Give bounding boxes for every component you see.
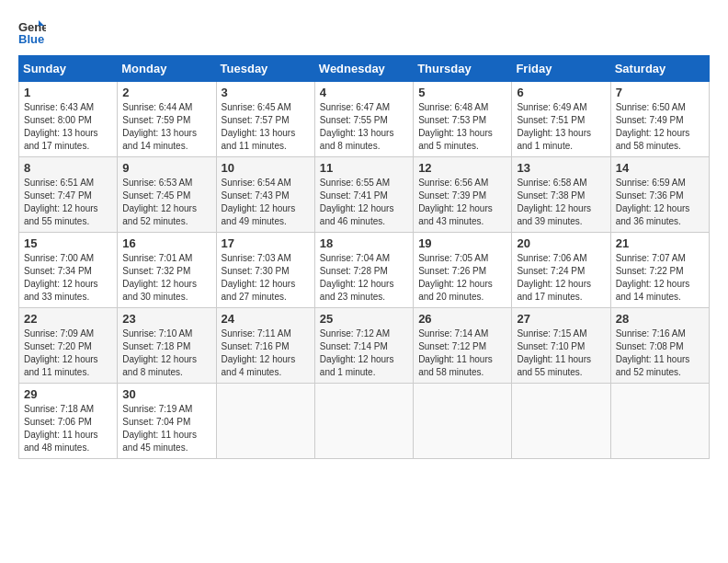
calendar-cell: 21Sunrise: 7:07 AM Sunset: 7:22 PM Dayli…: [610, 233, 709, 308]
calendar-cell: 3Sunrise: 6:45 AM Sunset: 7:57 PM Daylig…: [216, 82, 314, 157]
col-monday: Monday: [118, 56, 216, 82]
day-number: 16: [122, 236, 210, 250]
day-number: 11: [320, 161, 408, 175]
day-info: Sunrise: 6:43 AM Sunset: 8:00 PM Dayligh…: [24, 101, 112, 153]
day-info: Sunrise: 7:07 AM Sunset: 7:22 PM Dayligh…: [616, 252, 704, 304]
day-number: 4: [320, 86, 408, 99]
day-info: Sunrise: 6:59 AM Sunset: 7:36 PM Dayligh…: [616, 177, 704, 228]
day-number: 18: [320, 236, 408, 250]
day-info: Sunrise: 6:49 AM Sunset: 7:51 PM Dayligh…: [517, 101, 605, 153]
calendar-cell: 6Sunrise: 6:49 AM Sunset: 7:51 PM Daylig…: [512, 82, 610, 157]
day-number: 28: [616, 312, 704, 326]
day-info: Sunrise: 7:11 AM Sunset: 7:16 PM Dayligh…: [222, 327, 310, 379]
day-number: 19: [418, 236, 506, 250]
week-row-5: 29Sunrise: 7:18 AM Sunset: 7:06 PM Dayli…: [19, 384, 710, 459]
calendar-cell: 30Sunrise: 7:19 AM Sunset: 7:04 PM Dayli…: [118, 384, 216, 459]
day-info: Sunrise: 7:05 AM Sunset: 7:26 PM Dayligh…: [418, 252, 506, 304]
week-row-1: 1Sunrise: 6:43 AM Sunset: 8:00 PM Daylig…: [19, 82, 710, 157]
calendar-cell: 13Sunrise: 6:58 AM Sunset: 7:38 PM Dayli…: [512, 157, 610, 233]
week-row-4: 22Sunrise: 7:09 AM Sunset: 7:20 PM Dayli…: [19, 308, 710, 384]
day-info: Sunrise: 6:58 AM Sunset: 7:38 PM Dayligh…: [517, 177, 605, 228]
day-number: 12: [418, 161, 506, 175]
calendar-cell: 5Sunrise: 6:48 AM Sunset: 7:53 PM Daylig…: [414, 82, 512, 157]
calendar-cell: 29Sunrise: 7:18 AM Sunset: 7:06 PM Dayli…: [19, 384, 118, 459]
day-info: Sunrise: 7:03 AM Sunset: 7:30 PM Dayligh…: [222, 252, 310, 304]
calendar-cell: 24Sunrise: 7:11 AM Sunset: 7:16 PM Dayli…: [216, 308, 314, 384]
calendar-cell: 23Sunrise: 7:10 AM Sunset: 7:18 PM Dayli…: [118, 308, 216, 384]
day-info: Sunrise: 7:18 AM Sunset: 7:06 PM Dayligh…: [24, 403, 112, 454]
calendar-cell: 12Sunrise: 6:56 AM Sunset: 7:39 PM Dayli…: [414, 157, 512, 233]
calendar-cell: 17Sunrise: 7:03 AM Sunset: 7:30 PM Dayli…: [216, 233, 314, 308]
calendar-cell: 28Sunrise: 7:16 AM Sunset: 7:08 PM Dayli…: [610, 308, 709, 384]
calendar-cell: [610, 384, 709, 459]
header-row: Sunday Monday Tuesday Wednesday Thursday…: [19, 56, 710, 82]
logo: General Blue: [18, 18, 46, 46]
calendar-cell: [314, 384, 413, 459]
col-friday: Friday: [512, 56, 610, 82]
calendar-cell: [216, 384, 314, 459]
day-number: 30: [122, 387, 210, 401]
week-row-2: 8Sunrise: 6:51 AM Sunset: 7:47 PM Daylig…: [19, 157, 710, 233]
col-thursday: Thursday: [414, 56, 512, 82]
day-info: Sunrise: 7:10 AM Sunset: 7:18 PM Dayligh…: [122, 327, 210, 379]
svg-text:Blue: Blue: [18, 32, 44, 46]
calendar-cell: 26Sunrise: 7:14 AM Sunset: 7:12 PM Dayli…: [414, 308, 512, 384]
day-number: 17: [222, 236, 310, 250]
calendar-cell: 16Sunrise: 7:01 AM Sunset: 7:32 PM Dayli…: [118, 233, 216, 308]
day-number: 14: [616, 161, 704, 175]
calendar-cell: 19Sunrise: 7:05 AM Sunset: 7:26 PM Dayli…: [414, 233, 512, 308]
day-info: Sunrise: 7:12 AM Sunset: 7:14 PM Dayligh…: [320, 327, 408, 379]
day-info: Sunrise: 6:48 AM Sunset: 7:53 PM Dayligh…: [418, 101, 506, 153]
day-info: Sunrise: 7:00 AM Sunset: 7:34 PM Dayligh…: [24, 252, 112, 304]
day-number: 22: [24, 312, 112, 326]
day-number: 15: [24, 236, 112, 250]
day-number: 13: [517, 161, 605, 175]
day-number: 10: [222, 161, 310, 175]
day-info: Sunrise: 7:06 AM Sunset: 7:24 PM Dayligh…: [517, 252, 605, 304]
day-info: Sunrise: 6:51 AM Sunset: 7:47 PM Dayligh…: [24, 177, 112, 228]
calendar-cell: 18Sunrise: 7:04 AM Sunset: 7:28 PM Dayli…: [314, 233, 413, 308]
col-tuesday: Tuesday: [216, 56, 314, 82]
day-number: 1: [24, 86, 112, 99]
calendar-cell: [414, 384, 512, 459]
day-info: Sunrise: 6:45 AM Sunset: 7:57 PM Dayligh…: [222, 101, 310, 153]
col-sunday: Sunday: [19, 56, 118, 82]
calendar-cell: 10Sunrise: 6:54 AM Sunset: 7:43 PM Dayli…: [216, 157, 314, 233]
day-number: 9: [122, 161, 210, 175]
day-info: Sunrise: 6:44 AM Sunset: 7:59 PM Dayligh…: [122, 101, 210, 153]
day-info: Sunrise: 7:19 AM Sunset: 7:04 PM Dayligh…: [122, 403, 210, 454]
day-info: Sunrise: 7:15 AM Sunset: 7:10 PM Dayligh…: [517, 327, 605, 379]
day-number: 7: [616, 86, 704, 99]
calendar-cell: 8Sunrise: 6:51 AM Sunset: 7:47 PM Daylig…: [19, 157, 118, 233]
day-number: 29: [24, 387, 112, 401]
day-info: Sunrise: 7:16 AM Sunset: 7:08 PM Dayligh…: [616, 327, 704, 379]
calendar-cell: [512, 384, 610, 459]
calendar-cell: 27Sunrise: 7:15 AM Sunset: 7:10 PM Dayli…: [512, 308, 610, 384]
day-number: 24: [222, 312, 310, 326]
calendar-cell: 9Sunrise: 6:53 AM Sunset: 7:45 PM Daylig…: [118, 157, 216, 233]
col-wednesday: Wednesday: [314, 56, 413, 82]
calendar-cell: 7Sunrise: 6:50 AM Sunset: 7:49 PM Daylig…: [610, 82, 709, 157]
calendar-cell: 11Sunrise: 6:55 AM Sunset: 7:41 PM Dayli…: [314, 157, 413, 233]
day-number: 3: [222, 86, 310, 99]
calendar-table: Sunday Monday Tuesday Wednesday Thursday…: [18, 55, 710, 459]
day-info: Sunrise: 7:01 AM Sunset: 7:32 PM Dayligh…: [122, 252, 210, 304]
calendar-body: 1Sunrise: 6:43 AM Sunset: 8:00 PM Daylig…: [19, 82, 710, 459]
col-saturday: Saturday: [610, 56, 709, 82]
day-number: 21: [616, 236, 704, 250]
day-number: 8: [24, 161, 112, 175]
calendar-cell: 1Sunrise: 6:43 AM Sunset: 8:00 PM Daylig…: [19, 82, 118, 157]
day-number: 26: [418, 312, 506, 326]
day-info: Sunrise: 6:56 AM Sunset: 7:39 PM Dayligh…: [418, 177, 506, 228]
day-info: Sunrise: 7:09 AM Sunset: 7:20 PM Dayligh…: [24, 327, 112, 379]
day-number: 20: [517, 236, 605, 250]
day-number: 2: [122, 86, 210, 99]
page-header: General Blue: [18, 18, 710, 46]
day-info: Sunrise: 7:04 AM Sunset: 7:28 PM Dayligh…: [320, 252, 408, 304]
calendar-cell: 20Sunrise: 7:06 AM Sunset: 7:24 PM Dayli…: [512, 233, 610, 308]
day-number: 23: [122, 312, 210, 326]
day-number: 5: [418, 86, 506, 99]
day-info: Sunrise: 6:55 AM Sunset: 7:41 PM Dayligh…: [320, 177, 408, 228]
day-number: 27: [517, 312, 605, 326]
day-info: Sunrise: 6:53 AM Sunset: 7:45 PM Dayligh…: [122, 177, 210, 228]
